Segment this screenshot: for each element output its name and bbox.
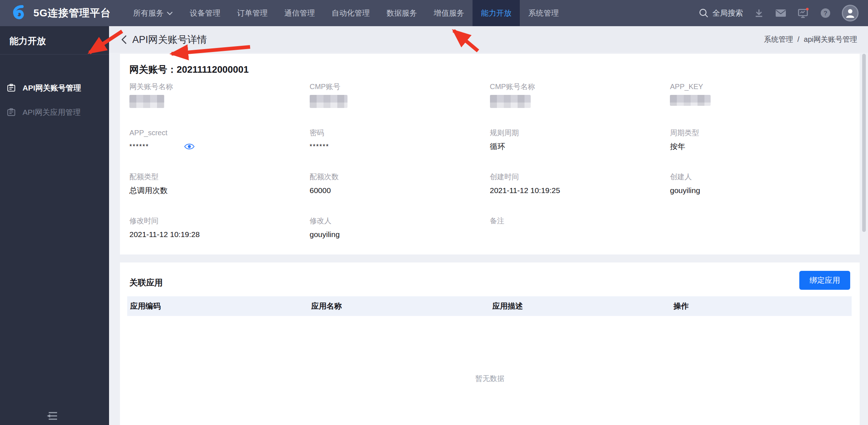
field-cycle-type: 周期类型 按年 xyxy=(670,128,850,152)
field-creator: 创建人 gouyiling xyxy=(670,172,850,196)
nav-automation-mgmt[interactable]: 自动化管理 xyxy=(323,0,378,26)
field-remark: 备注 xyxy=(490,216,670,240)
app-window: 5G连接管理平台 所有服务 设备管理 订单管理 通信管理 自动化管理 数据服务 … xyxy=(0,0,868,425)
redacted-value xyxy=(310,95,347,108)
nav-data-services[interactable]: 数据服务 xyxy=(378,0,425,26)
top-navbar: 5G连接管理平台 所有服务 设备管理 订单管理 通信管理 自动化管理 数据服务 … xyxy=(0,0,868,26)
column-app-description: 应用描述 xyxy=(490,301,671,311)
download-icon[interactable] xyxy=(754,8,764,18)
page-header: API网关账号详情 系统管理 / api网关账号管理 xyxy=(109,26,868,53)
global-search-label: 全局搜索 xyxy=(712,8,743,18)
sidebar: 能力开放 API网关账号管理 API网关应用管理 xyxy=(0,26,109,425)
field-rule-cycle: 规则周期 循环 xyxy=(490,128,670,152)
field-empty-slot xyxy=(670,216,850,240)
nav-order-mgmt[interactable]: 订单管理 xyxy=(229,0,276,26)
gateway-account-title: 网关账号：20211112000001 xyxy=(120,54,860,76)
redacted-value xyxy=(129,95,164,108)
back-chevron-icon xyxy=(121,35,127,45)
breadcrumb-system-mgmt[interactable]: 系统管理 xyxy=(764,35,793,44)
monitor-icon[interactable] xyxy=(797,8,809,19)
gateway-account-number: 20211112000001 xyxy=(177,64,249,75)
user-avatar[interactable] xyxy=(842,5,859,21)
field-gateway-account-name: 网关账号名称 xyxy=(129,82,310,108)
topbar-right-tools: 全局搜索 xyxy=(699,5,868,21)
nav-system-mgmt[interactable]: 系统管理 xyxy=(520,0,567,26)
sidebar-section-title: 能力开放 xyxy=(0,26,109,54)
back-button[interactable]: API网关账号详情 xyxy=(121,33,207,46)
redacted-value xyxy=(490,95,531,108)
nav-value-added[interactable]: 增值服务 xyxy=(425,0,473,26)
sidebar-divider xyxy=(0,54,109,55)
field-modifier: 修改人 gouyiling xyxy=(310,216,490,240)
nav-comm-mgmt[interactable]: 通信管理 xyxy=(276,0,323,26)
field-password: 密码 ****** xyxy=(310,128,490,152)
field-quota-count: 配额次数 60000 xyxy=(310,172,490,196)
bind-app-button[interactable]: 绑定应用 xyxy=(799,271,850,290)
empty-state-text: 暂无数据 xyxy=(120,374,860,384)
breadcrumb: 系统管理 / api网关账号管理 xyxy=(764,35,857,44)
page-title: API网关账号详情 xyxy=(132,33,207,46)
notification-dot xyxy=(806,8,808,10)
brand: 5G连接管理平台 xyxy=(0,4,111,22)
nav-all-services[interactable]: 所有服务 xyxy=(125,0,181,26)
field-app-secret: APP_screct ****** xyxy=(129,128,310,152)
telecom-logo-icon xyxy=(10,4,28,22)
linked-apps-card: 关联应用 绑定应用 应用编码 应用名称 应用描述 操作 暂无数据 xyxy=(120,262,860,425)
sidebar-item-label: API网关账号管理 xyxy=(23,83,81,93)
svg-text:?: ? xyxy=(824,10,827,17)
gateway-account-detail-card: 网关账号：20211112000001 网关账号名称 CMP账号 CMP账号名称… xyxy=(120,54,860,254)
column-actions: 操作 xyxy=(671,301,852,311)
eye-icon[interactable] xyxy=(184,143,195,150)
clipboard-icon xyxy=(7,83,16,93)
nav-device-mgmt[interactable]: 设备管理 xyxy=(181,0,229,26)
person-icon xyxy=(845,8,856,19)
field-cmp-account: CMP账号 xyxy=(310,82,490,108)
field-app-key: APP_KEY xyxy=(670,82,850,108)
sidebar-collapse-icon[interactable] xyxy=(46,411,58,422)
search-icon xyxy=(699,8,709,18)
nav-capability-open[interactable]: 能力开放 xyxy=(473,0,520,26)
clipboard-icon xyxy=(7,108,16,117)
sidebar-item-label: API网关应用管理 xyxy=(23,107,81,117)
platform-title: 5G连接管理平台 xyxy=(33,6,111,20)
account-fields-grid: 网关账号名称 CMP账号 CMP账号名称 APP_KEY APP_screct … xyxy=(129,82,850,240)
redacted-value xyxy=(670,95,711,106)
breadcrumb-api-gateway-account-mgmt[interactable]: api网关账号管理 xyxy=(804,35,857,44)
column-app-code: 应用编码 xyxy=(127,301,308,311)
field-cmp-account-name: CMP账号名称 xyxy=(490,82,670,108)
sidebar-item-api-gateway-app-mgmt[interactable]: API网关应用管理 xyxy=(0,104,109,121)
chevron-down-icon xyxy=(166,11,173,15)
linked-apps-title: 关联应用 xyxy=(129,277,163,288)
column-app-name: 应用名称 xyxy=(308,301,489,311)
sidebar-item-api-gateway-account-mgmt[interactable]: API网关账号管理 xyxy=(0,79,109,97)
global-search[interactable]: 全局搜索 xyxy=(699,8,743,18)
top-nav-menu: 所有服务 设备管理 订单管理 通信管理 自动化管理 数据服务 增值服务 能力开放… xyxy=(125,0,567,26)
field-modify-time: 修改时间 2021-11-12 10:19:28 xyxy=(129,216,310,240)
mail-icon[interactable] xyxy=(775,8,787,18)
vertical-scrollbar-thumb[interactable] xyxy=(862,54,866,232)
field-create-time: 创建时间 2021-11-12 10:19:25 xyxy=(490,172,670,196)
field-quota-type: 配额类型 总调用次数 xyxy=(129,172,310,196)
help-icon[interactable]: ? xyxy=(820,8,831,19)
apps-table-header: 应用编码 应用名称 应用描述 操作 xyxy=(127,296,852,316)
breadcrumb-separator: / xyxy=(797,35,800,44)
